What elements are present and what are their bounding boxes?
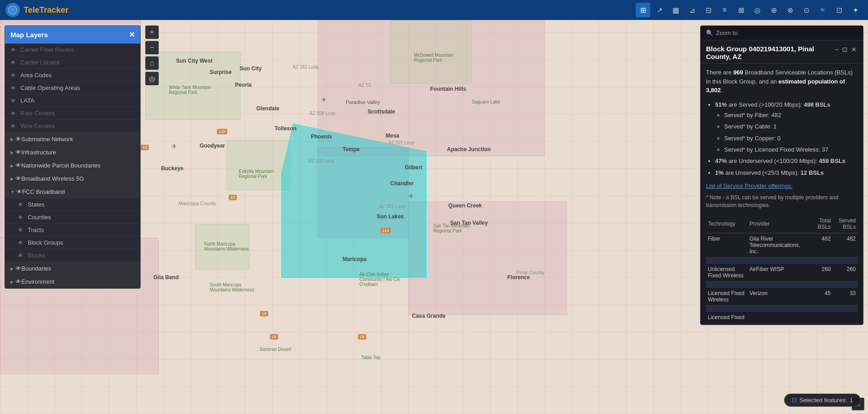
panel-header: Map Layers ✕ — [5, 26, 140, 44]
layer-item-area-codes[interactable]: 👁 Area Codes — [5, 69, 140, 82]
settings-tool-button[interactable]: ✦ — [848, 3, 863, 17]
layer-item-states[interactable]: 👁 States — [5, 198, 140, 211]
layer-item-rate-centers[interactable]: 👁 Rate Centers — [5, 107, 140, 120]
col-total-bsls: Total BSLs — [812, 215, 833, 233]
search-tool-button[interactable]: ⊗ — [783, 3, 797, 17]
cell-total: 482 — [812, 233, 833, 257]
eye-icon: 👁 — [10, 85, 17, 91]
map-route-10-marker2: 10 — [229, 195, 237, 200]
layers-tool-button[interactable]: ⊞ — [636, 3, 650, 17]
panel-title: Map Layers — [10, 31, 48, 39]
info-panel-title: Block Group 040219413001, Pinal County, … — [706, 45, 830, 60]
eye-icon: 👁 — [10, 123, 17, 129]
list-tool-button[interactable]: ≡ — [717, 3, 732, 17]
cell-technology: Unlicensed Fixed Wireless — [706, 263, 748, 281]
layer-item-block-groups[interactable]: 👁 Block Groups — [5, 237, 140, 249]
col-served-bsls: Served BSLs — [833, 215, 858, 233]
zoom-out-button[interactable]: − — [145, 41, 159, 54]
filter-tool-button[interactable]: ⊿ — [685, 3, 699, 17]
info-panel-zoom-header: 🔍 Zoom to — [701, 26, 863, 40]
layer-item-counties[interactable]: 👁 Counties — [5, 211, 140, 224]
selected-label: Selected features: — [799, 397, 847, 404]
layer-section-infrastructure[interactable]: 👁 Infrastructure — [5, 146, 140, 159]
service-providers-link[interactable]: List of Service Provider offerings: — [706, 182, 858, 189]
col-technology: Technology — [706, 215, 748, 233]
expand-icon — [10, 163, 14, 168]
cell-served: 260 — [833, 263, 858, 281]
map-route-18-marker2: 18 — [270, 334, 278, 340]
eye-icon: 👁 — [15, 175, 21, 182]
pointer-tool-button[interactable]: ↗ — [652, 3, 667, 17]
table-row: Fiber Gila River Telecommunications, Inc… — [706, 233, 858, 257]
table-row-highlight — [706, 257, 858, 263]
map-route-10-marker: 10 — [141, 145, 149, 150]
table-row: Unlicensed Fixed Wireless AirFiber WISP … — [706, 263, 858, 281]
layer-section-5g[interactable]: 👁 Broadband Wireless 5G — [5, 172, 140, 185]
layer-item-cable-operating[interactable]: 👁 Cable Operating Areas — [5, 82, 140, 94]
served-cable: Served* by Cable: 1 — [724, 121, 858, 132]
table-row: Licensed Fixed — [706, 311, 858, 323]
map-route-110-marker2: 110 — [380, 228, 391, 233]
selected-icon: ⊡ — [792, 397, 797, 404]
expand-icon — [10, 280, 14, 284]
table-row: Licensed Fixed Wireless Verizon 45 33 — [706, 287, 858, 305]
selected-features-badge: ⊡ Selected features: 1 — [784, 394, 861, 407]
panel-close-button[interactable]: ✕ — [129, 30, 135, 39]
table-row-filler — [706, 257, 858, 263]
layer-item-wire-centers[interactable]: 👁 Wire Centers — [5, 120, 140, 133]
layer-item-blocks[interactable]: 👁 Blocks — [5, 249, 140, 262]
close-button[interactable]: ✕ — [850, 45, 858, 54]
expand-icon — [10, 266, 14, 271]
table-tool-button[interactable]: ▦ — [668, 3, 683, 17]
expand-button[interactable]: ⊡ — [841, 45, 848, 54]
header-toolbar: ⊞ ↗ ▦ ⊿ ⊟ ≡ ⊠ ◎ ⊕ ⊗ ⊙ ≈ ⊡ ✦ — [636, 3, 868, 17]
layer-name: Tracts — [28, 227, 44, 233]
zoom-icon: 🔍 — [706, 30, 713, 36]
cell-provider — [748, 311, 812, 323]
expand-icon — [10, 137, 14, 142]
layer-section-submarine[interactable]: 👁 Submarine Network — [5, 133, 140, 146]
layer-item-carrier-locator[interactable]: 👁 Carrier Locator — [5, 56, 140, 69]
eye-icon: 👁 — [15, 265, 21, 272]
bookmark-tool-button[interactable]: ⊠ — [734, 3, 748, 17]
eye-icon: 👁 — [15, 149, 21, 156]
eye-icon: 👁 — [15, 136, 21, 143]
layer-item-lata[interactable]: 👁 LATA — [5, 94, 140, 107]
layer-name: Broadband Wireless 5G — [21, 175, 84, 182]
grid-tool-button[interactable]: ⊟ — [701, 3, 716, 17]
summary-pop-label: estimated population of — [779, 78, 845, 85]
layer-name: Nationwide Parcel Boundaries — [21, 162, 100, 169]
collapse-button[interactable]: − — [834, 45, 839, 54]
map-container[interactable]: Surprise Sun City West Sun City Peoria G… — [0, 20, 868, 414]
map-controls: + − ⌂ ◎ — [145, 25, 159, 85]
map-region-estrella — [227, 140, 290, 190]
zoom-in-button[interactable]: + — [145, 25, 159, 39]
layer-name: Wire Centers — [20, 123, 55, 129]
info-panel-controls: − ⊡ ✕ — [834, 45, 858, 54]
eye-icon: 👁 — [10, 98, 17, 104]
user-tool-button[interactable]: ⊙ — [799, 3, 814, 17]
header: TeleTracker ⊞ ↗ ▦ ⊿ ⊟ ≡ ⊠ ◎ ⊕ ⊗ ⊙ ≈ ⊡ ✦ — [0, 0, 868, 20]
signal-tool-button[interactable]: ≈ — [815, 3, 830, 17]
layer-name: States — [28, 201, 44, 208]
layer-name: Area Codes — [20, 72, 52, 79]
cell-technology: Fiber — [706, 233, 748, 257]
layer-section-boundaries[interactable]: 👁 Boundaries — [5, 262, 140, 275]
expand-icon — [10, 150, 14, 155]
layer-section-fcc[interactable]: 👁 FCC Broadband — [5, 185, 140, 198]
print-tool-button[interactable]: ⊡ — [832, 3, 846, 17]
layer-item-tracts[interactable]: 👁 Tracts — [5, 224, 140, 237]
layer-section-environment[interactable]: 👁 Environment — [5, 275, 140, 288]
layer-section-parcel[interactable]: 👁 Nationwide Parcel Boundaries — [5, 159, 140, 172]
expand-icon — [10, 190, 15, 194]
comment-tool-button[interactable]: ◎ — [750, 3, 765, 17]
layer-item-carrier-fiber[interactable]: 👁 Carrier Fiber Routes — [5, 44, 140, 56]
app-name: TeleTracker — [24, 5, 69, 15]
layer-name: Counties — [28, 214, 51, 221]
layer-name: Carrier Locator — [20, 59, 60, 66]
pin-tool-button[interactable]: ⊕ — [766, 3, 781, 17]
home-button[interactable]: ⌂ — [145, 56, 159, 70]
layer-name: Cable Operating Areas — [20, 84, 80, 91]
compass-button[interactable]: ◎ — [145, 72, 159, 85]
population-value: 3,802 — [706, 87, 721, 94]
